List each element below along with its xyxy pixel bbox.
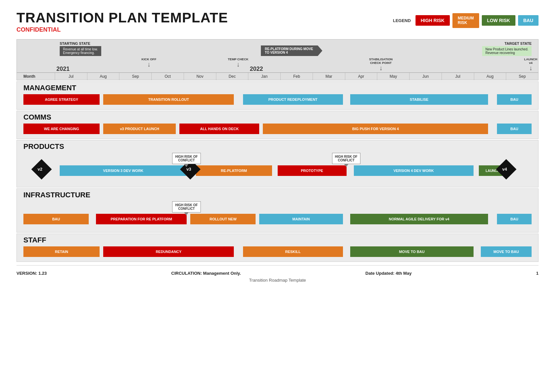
legend-high-risk: HIGH RISK (416, 15, 450, 26)
footer-version: VERSION: 1.23 (16, 271, 47, 276)
products-section: PRODUCTS HIGH RISK OFCONFLICT HIGH RISK … (16, 140, 539, 187)
header: TRANSITION PLAN TEMPLATE CONFIDENTIAL LE… (16, 10, 539, 33)
legend-low-risk: LOW RISK (482, 15, 515, 26)
checkpoint-tempcheck: TEMP CHECK ↓ (228, 57, 249, 68)
infrastructure-title: INFRASTRUCTURE (23, 191, 532, 199)
bar-prototype: PROTOTYPE (278, 165, 347, 176)
month-sep21: Sep (119, 73, 151, 80)
bar-v3-dev-work: VERSION 3 DEV WORK (60, 165, 187, 176)
title-block: TRANSITION PLAN TEMPLATE CONFIDENTIAL (16, 10, 228, 33)
checkpoints-row: KICK OFF ↓ TEMP CHECK ↓ STABILISATIONCHE… (17, 57, 538, 72)
bar-infra-bau-end: BAU (497, 214, 532, 224)
month-may22: May (377, 73, 409, 80)
months-row: Month 2021 Jul Aug Sep Oct Nov Dec 2022 … (17, 72, 538, 80)
month-dec21: Dec (216, 73, 248, 80)
callout-infra-conflict: HIGH RISK OFCONFLICT (172, 201, 200, 212)
bar-replatform: RE-PLATFORM (196, 165, 272, 176)
products-title: PRODUCTS (23, 142, 532, 151)
diamond-v3-label: v3 (186, 167, 191, 172)
bar-management-bau: BAU (497, 94, 532, 105)
legend-bau: BAU (518, 15, 539, 26)
footer-circulation: CIRCULATION: Management Only. (171, 271, 241, 276)
infrastructure-bars-row: BAU PREPARATION FOR RE PLATFORM ROLLOUT … (23, 214, 532, 224)
page-title: TRANSITION PLAN TEMPLATE (16, 10, 228, 26)
bar-agree-strategy: AGREE STRATEGY (23, 94, 100, 105)
bar-product-redeployment: PRODUCT REDEPLOYMENT (243, 94, 343, 105)
bar-we-are-changing: WE ARE CHANGING (23, 124, 100, 134)
month-apr22: Apr (345, 73, 377, 80)
comms-bars: WE ARE CHANGING v3 PRODUCT LAUNCH ALL HA… (23, 124, 532, 135)
callout-conflict-2: HIGH RISK OFCONFLICT (332, 153, 360, 164)
legend: LEGEND HIGH RISK MEDIUMRISK LOW RISK BAU (393, 13, 539, 28)
months-grid: 2021 Jul Aug Sep Oct Nov Dec 2022 Jan Fe… (55, 73, 538, 80)
checkpoint-kickoff: KICK OFF ↓ (141, 57, 156, 68)
infrastructure-content: HIGH RISK OFCONFLICT BAU PREPARATION FOR… (23, 201, 532, 228)
bar-move-to-bau-2: MOVE TO BAU (481, 246, 532, 257)
confidential-label: CONFIDENTIAL (16, 26, 228, 33)
mid-banner: RE-PLATFORM DURING MOVETO VERSION 4 (261, 45, 322, 56)
month-aug21: Aug (87, 73, 119, 80)
products-content: HIGH RISK OFCONFLICT HIGH RISK OFCONFLIC… (23, 153, 532, 182)
month-label: Month (17, 74, 55, 79)
month-jun22: Jun (409, 73, 442, 80)
month-aug22: Aug (474, 73, 506, 80)
bar-all-hands: ALL HANDS ON DECK (179, 124, 259, 134)
diamond-v2-label: v2 (38, 167, 42, 172)
bar-transition-rollout: TRANSITION ROLLOUT (103, 94, 234, 105)
footer-page-label: Transition Roadmap Template (16, 276, 539, 285)
products-bars-row: VERSION 3 DEV WORK RE-PLATFORM PROTOTYPE… (23, 165, 532, 176)
diamond-v4-label: v4 (502, 167, 507, 172)
bar-maintain: MAINTAIN (259, 214, 343, 224)
comms-section: COMMS WE ARE CHANGING v3 PRODUCT LAUNCH … (16, 111, 539, 139)
month-jul21: 2021 Jul (55, 73, 87, 80)
bar-big-push: BIG PUSH FOR VERSION 4 (263, 124, 488, 134)
bar-preparation: PREPARATION FOR RE PLATFORM (96, 214, 187, 224)
bar-normal-agile: NORMAL AGILE DELIVERY FOR v4 (350, 214, 488, 224)
month-sep22: Sep (506, 73, 538, 80)
gantt-body: STARTING STATE Revenue at all time low.E… (16, 39, 539, 262)
month-feb22: Feb (280, 73, 313, 80)
checkpoint-stabilisation: STABILISATIONCHECK POINT ↓ (369, 57, 392, 71)
starting-balloon: Revenue at all time low.Emergency financ… (60, 46, 101, 56)
bar-comms-bau: BAU (497, 124, 532, 134)
footer: VERSION: 1.23 CIRCULATION: Management On… (16, 265, 539, 276)
month-nov21: Nov (184, 73, 216, 80)
bar-move-to-bau-1: MOVE TO BAU (350, 246, 474, 257)
checkpoint-launch: LAUNCH v4 ↓ (524, 57, 537, 71)
bar-reskill: RESKILL (243, 246, 343, 257)
bar-infra-bau-start: BAU (23, 214, 89, 224)
comms-title: COMMS (23, 113, 532, 122)
legend-medium-risk: MEDIUMRISK (452, 13, 479, 28)
month-jul22: Jul (442, 73, 474, 80)
month-mar22: Mar (313, 73, 345, 80)
month-jan22: 2022 Jan (248, 73, 280, 80)
management-section: MANAGEMENT AGREE STRATEGY TRANSITION ROL… (16, 81, 539, 110)
staff-title: STAFF (23, 236, 532, 244)
footer-page: 1 (536, 271, 539, 276)
target-balloon: New Product Lines launched.Revenue recov… (482, 46, 532, 56)
callout-conflict-1: HIGH RISK OFCONFLICT (172, 153, 200, 164)
bar-redundancy: REDUNDANCY (103, 246, 234, 257)
infrastructure-section: INFRASTRUCTURE HIGH RISK OFCONFLICT BAU … (16, 188, 539, 233)
states-row: STARTING STATE Revenue at all time low.E… (17, 40, 538, 57)
bar-v4-dev-work: VERSION 4 DEV WORK (354, 165, 474, 176)
timeline-header: STARTING STATE Revenue at all time low.E… (16, 39, 539, 80)
management-bars: AGREE STRATEGY TRANSITION ROLLOUT PRODUC… (23, 94, 532, 106)
bar-stabilise: STABILISE (350, 94, 488, 105)
staff-section: STAFF RETAIN REDUNDANCY RESKILL MOVE TO … (16, 234, 539, 262)
staff-bars: RETAIN REDUNDANCY RESKILL MOVE TO BAU MO… (23, 246, 532, 258)
target-state: TARGET STATE New Product Lines launched.… (482, 42, 532, 56)
starting-state: STARTING STATE Revenue at all time low.E… (60, 42, 101, 56)
bar-retain: RETAIN (23, 246, 100, 257)
footer-date: Date Updated: 4th May (365, 271, 412, 276)
bar-rollout-new: ROLLOUT NEW (190, 214, 256, 224)
legend-label: LEGEND (393, 18, 411, 23)
management-title: MANAGEMENT (23, 84, 532, 92)
month-oct21: Oct (151, 73, 184, 80)
bar-v3-product-launch: v3 PRODUCT LAUNCH (103, 124, 176, 134)
